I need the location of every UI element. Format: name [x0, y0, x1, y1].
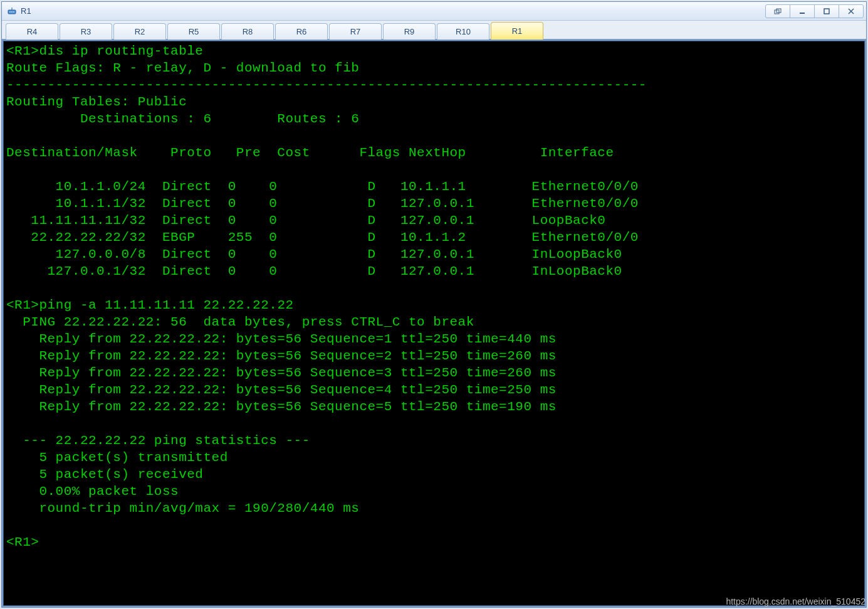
tab-label: R5: [189, 27, 199, 36]
tab-r7[interactable]: R7: [329, 23, 382, 40]
app-window: R1 R4 R3 R2 R5 R8 R6 R7 R9 R10 R1 <: [1, 1, 867, 608]
route-row: 10.1.1.0/24 Direct 0 0 D 10.1.1.1 Ethern…: [6, 179, 639, 194]
svg-rect-8: [824, 9, 829, 14]
ping-reply: Reply from 22.22.22.22: bytes=56 Sequenc…: [6, 383, 557, 397]
route-row: 127.0.0.0/8 Direct 0 0 D 127.0.0.1 InLoo…: [6, 247, 622, 262]
ping-reply: Reply from 22.22.22.22: bytes=56 Sequenc…: [6, 400, 557, 414]
divider-line: ----------------------------------------…: [6, 78, 647, 92]
window-title: R1: [21, 6, 31, 16]
route-row: 10.1.1.1/32 Direct 0 0 D 127.0.0.1 Ether…: [6, 196, 639, 211]
minimize-button[interactable]: [790, 4, 815, 18]
ping-reply: Reply from 22.22.22.22: bytes=56 Sequenc…: [6, 332, 557, 346]
ping-header: PING 22.22.22.22: 56 data bytes, press C…: [6, 315, 474, 329]
restore-down-button[interactable]: [765, 4, 790, 18]
tab-bar: R4 R3 R2 R5 R8 R6 R7 R9 R10 R1: [2, 21, 866, 40]
route-flags-line: Route Flags: R - relay, D - download to …: [6, 61, 359, 75]
tab-label: R7: [350, 27, 361, 36]
tab-r2[interactable]: R2: [113, 23, 166, 40]
titlebar[interactable]: R1: [2, 2, 866, 21]
terminal-output[interactable]: <R1>dis ip routing-table Route Flags: R …: [3, 41, 865, 606]
tab-label: R9: [404, 27, 415, 36]
svg-point-2: [11, 11, 13, 13]
tab-r1[interactable]: R1: [491, 22, 543, 40]
ping-stat: 5 packet(s) transmitted: [6, 450, 228, 465]
routing-header: Destination/Mask Proto Pre Cost Flags Ne…: [6, 146, 614, 160]
svg-point-3: [13, 11, 14, 13]
ping-stat: 5 packet(s) received: [6, 467, 203, 482]
maximize-button[interactable]: [814, 4, 839, 18]
tab-label: R8: [243, 27, 253, 36]
tab-r3[interactable]: R3: [60, 23, 112, 40]
terminal-container: <R1>dis ip routing-table Route Flags: R …: [2, 40, 866, 607]
ping-reply: Reply from 22.22.22.22: bytes=56 Sequenc…: [6, 349, 557, 363]
tab-label: R4: [27, 27, 38, 36]
tab-label: R3: [81, 27, 92, 36]
tab-r6[interactable]: R6: [275, 23, 328, 40]
window-controls: [766, 4, 864, 18]
ping-stat: 0.00% packet loss: [6, 484, 179, 499]
watermark: https://blog.csdn.net/weixin_510452: [726, 596, 865, 606]
tab-label: R10: [456, 27, 471, 36]
tab-r8[interactable]: R8: [221, 23, 274, 40]
tab-r9[interactable]: R9: [383, 23, 436, 40]
app-icon: [7, 6, 17, 16]
routing-tables-line: Routing Tables: Public: [6, 95, 187, 109]
tab-label: R1: [512, 26, 523, 36]
tab-label: R6: [296, 27, 307, 36]
prompt: <R1>: [6, 298, 39, 312]
command-ping: ping -a 11.11.11.11 22.22.22.22: [39, 298, 293, 312]
prompt: <R1>: [6, 535, 39, 549]
dest-routes-line: Destinations : 6 Routes : 6: [6, 112, 359, 126]
ping-reply: Reply from 22.22.22.22: bytes=56 Sequenc…: [6, 366, 557, 380]
tab-r4[interactable]: R4: [6, 23, 58, 40]
route-row: 11.11.11.11/32 Direct 0 0 D 127.0.0.1 Lo…: [6, 213, 605, 228]
tab-label: R2: [135, 27, 145, 36]
tab-r10[interactable]: R10: [437, 23, 489, 40]
route-row: 22.22.22.22/32 EBGP 255 0 D 10.1.1.2 Eth…: [6, 230, 639, 245]
route-row: 127.0.0.1/32 Direct 0 0 D 127.0.0.1 InLo…: [6, 264, 622, 278]
close-button[interactable]: [839, 4, 864, 18]
ping-stats-header: --- 22.22.22.22 ping statistics ---: [6, 433, 310, 448]
prompt: <R1>: [6, 44, 39, 58]
tab-r5[interactable]: R5: [167, 23, 220, 40]
ping-stat: round-trip min/avg/max = 190/280/440 ms: [6, 501, 359, 516]
svg-point-1: [9, 11, 11, 13]
command-routing: dis ip routing-table: [39, 44, 203, 58]
